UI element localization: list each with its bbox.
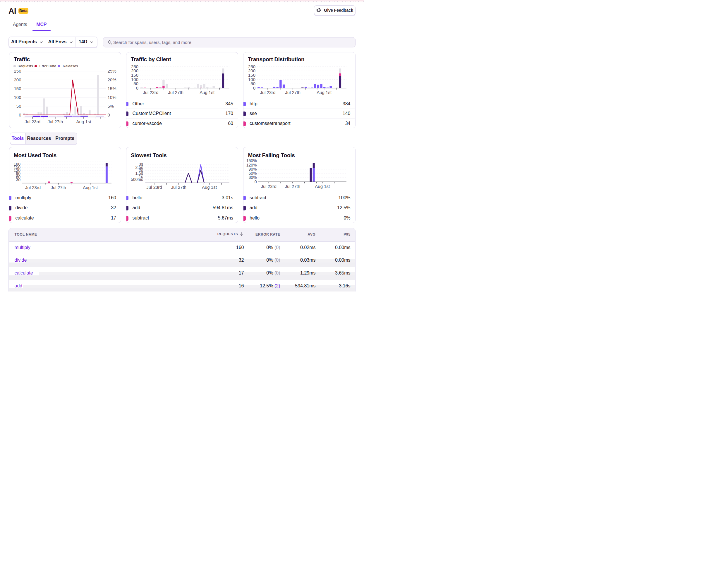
svg-text:Aug 1st: Aug 1st <box>317 90 332 95</box>
svg-text:30: 30 <box>16 177 21 182</box>
svg-text:20%: 20% <box>107 77 116 82</box>
svg-text:Jul 23rd: Jul 23rd <box>146 185 162 189</box>
svg-text:0: 0 <box>19 112 21 117</box>
svg-text:Jul 27th: Jul 27th <box>47 119 63 124</box>
svg-text:Jul 27th: Jul 27th <box>168 90 183 95</box>
svg-text:500ms: 500ms <box>130 177 143 182</box>
svg-text:10%: 10% <box>107 95 116 100</box>
svg-text:250: 250 <box>14 69 21 73</box>
svg-text:Jul 27th: Jul 27th <box>285 90 301 95</box>
svg-text:Aug 1st: Aug 1st <box>315 184 330 189</box>
svg-text:Jul 23rd: Jul 23rd <box>261 184 277 189</box>
svg-text:Jul 23rd: Jul 23rd <box>25 185 41 190</box>
svg-text:5%: 5% <box>107 104 114 108</box>
svg-text:Jul 27th: Jul 27th <box>171 185 186 189</box>
svg-text:100: 100 <box>14 95 21 100</box>
svg-text:0: 0 <box>253 85 256 91</box>
svg-text:Aug 1st: Aug 1st <box>200 90 215 95</box>
svg-text:0: 0 <box>255 179 257 184</box>
svg-text:150: 150 <box>14 86 21 91</box>
svg-text:15%: 15% <box>107 86 116 91</box>
svg-text:Aug 1st: Aug 1st <box>83 185 98 190</box>
svg-text:Jul 27th: Jul 27th <box>51 185 66 190</box>
svg-text:0: 0 <box>136 85 138 91</box>
svg-text:Jul 23rd: Jul 23rd <box>143 90 158 95</box>
svg-text:0: 0 <box>107 112 110 117</box>
svg-text:Jul 27th: Jul 27th <box>285 184 301 189</box>
svg-text:200: 200 <box>14 77 21 82</box>
svg-text:Jul 23rd: Jul 23rd <box>25 119 40 124</box>
svg-text:50: 50 <box>16 104 21 108</box>
svg-text:Jul 23rd: Jul 23rd <box>260 90 275 95</box>
svg-text:Aug 1st: Aug 1st <box>202 185 217 189</box>
svg-text:25%: 25% <box>107 69 116 73</box>
svg-text:Aug 1st: Aug 1st <box>76 119 91 124</box>
